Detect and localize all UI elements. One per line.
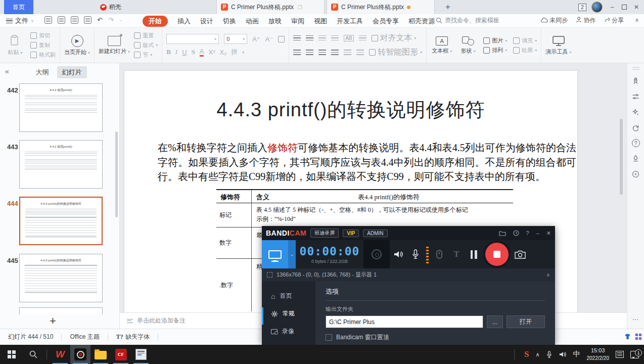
ribbon-tab-animation[interactable]: 动画 bbox=[246, 17, 259, 26]
print-preview-icon[interactable] bbox=[84, 16, 91, 24]
quick-tools-rocket-icon[interactable] bbox=[631, 76, 640, 85]
arrange-button[interactable]: 排列 ▾ bbox=[483, 47, 507, 54]
slide-thumbnail-442[interactable]: 4.4.2 使用printf() bbox=[19, 83, 103, 132]
start-button[interactable] bbox=[0, 345, 23, 364]
speaker-button[interactable] bbox=[390, 240, 407, 268]
help-icon[interactable]: ? bbox=[526, 230, 529, 236]
checkbox-unchecked[interactable] bbox=[326, 334, 332, 341]
output-path-input[interactable] bbox=[326, 315, 483, 328]
align-center-icon[interactable] bbox=[306, 50, 313, 55]
increase-font-button[interactable]: A⁺ bbox=[252, 35, 260, 43]
save-icon[interactable] bbox=[44, 16, 52, 24]
new-slide-button[interactable]: 新建幻灯片 ▾ bbox=[99, 30, 130, 61]
minimize-button[interactable]: – bbox=[608, 4, 617, 11]
properties-sliders-icon[interactable] bbox=[631, 92, 640, 101]
browse-button[interactable]: ... bbox=[487, 315, 503, 328]
redo-button[interactable]: ↷ bbox=[108, 16, 114, 24]
screenshot-button[interactable] bbox=[512, 240, 529, 268]
panel-drag-handle[interactable] bbox=[632, 67, 639, 70]
ribbon-tab-home[interactable]: 开始 bbox=[143, 16, 168, 27]
tray-microphone-icon[interactable] bbox=[546, 351, 552, 358]
sogou-input-icon[interactable]: S bbox=[524, 349, 529, 359]
ribbon-tab-design[interactable]: 设计 bbox=[200, 17, 213, 26]
decrease-indent-icon[interactable] bbox=[318, 35, 326, 41]
format-painter-button[interactable]: 格式刷 bbox=[30, 51, 56, 59]
help-icon[interactable]: ? bbox=[632, 139, 640, 147]
tab-outline[interactable]: 大纲 bbox=[33, 66, 52, 78]
align-right-icon[interactable] bbox=[318, 50, 326, 55]
taskbar-explorer-app[interactable] bbox=[90, 345, 111, 364]
add-slide-button[interactable]: + bbox=[50, 314, 56, 328]
mouse-effect-button[interactable] bbox=[431, 240, 448, 268]
hot-recommend-icon[interactable] bbox=[631, 154, 640, 163]
italic-button[interactable]: I bbox=[175, 48, 177, 56]
docer-skin-icon[interactable] bbox=[623, 333, 632, 341]
minimize-button[interactable]: – bbox=[536, 230, 539, 236]
taskbar-notepad-app[interactable] bbox=[131, 345, 151, 364]
slide-thumbnail-443[interactable]: 4.4.2 使用printf() bbox=[19, 140, 103, 189]
ribbon-tab-review[interactable]: 审阅 bbox=[291, 17, 304, 26]
missing-font-warning[interactable]: T?缺失字体 bbox=[116, 333, 150, 341]
text-direction-button[interactable]: AB bbox=[344, 35, 353, 41]
theme-name[interactable]: Office 主题 bbox=[70, 333, 99, 341]
underline-button[interactable]: U bbox=[182, 49, 187, 56]
cut-button[interactable]: 剪切 bbox=[30, 32, 56, 39]
tray-volume-icon[interactable] bbox=[559, 351, 567, 358]
ribbon-tab-view[interactable]: 视图 bbox=[314, 17, 327, 26]
action-center-icon[interactable]: 1 bbox=[630, 351, 639, 358]
window-count-badge[interactable]: 2 bbox=[578, 4, 586, 11]
ime-language-indicator[interactable]: 中 bbox=[573, 350, 580, 359]
shapes-button[interactable]: 形状 ▾ bbox=[457, 30, 479, 61]
taskbar-wps-app[interactable]: W bbox=[50, 345, 70, 364]
phonetic-guide-button[interactable]: 拼 bbox=[231, 48, 238, 57]
print-icon[interactable] bbox=[71, 16, 78, 24]
restore-button[interactable] bbox=[622, 5, 627, 10]
tab-home[interactable]: 首页 bbox=[4, 0, 33, 14]
copy-button[interactable]: 复制 bbox=[30, 41, 56, 49]
record-mode-dropdown[interactable]: ⌄ bbox=[288, 240, 296, 268]
paste-button[interactable]: 粘贴 ▾ bbox=[4, 30, 26, 61]
new-tab-button[interactable]: + bbox=[443, 2, 453, 12]
screen-record-mode-button[interactable] bbox=[262, 240, 288, 268]
nav-home[interactable]: ⌂首页 bbox=[262, 287, 315, 305]
to-smart-graphic-button[interactable]: 转智能图形 ▾ bbox=[369, 47, 422, 58]
output-folder-icon[interactable] bbox=[499, 231, 506, 236]
stop-record-button[interactable] bbox=[482, 240, 512, 268]
text-box-button[interactable]: A 文本框 ▾ bbox=[431, 30, 453, 61]
text-overlay-button[interactable]: T bbox=[448, 240, 465, 268]
increase-indent-icon[interactable] bbox=[331, 35, 339, 41]
apps-grid-icon[interactable] bbox=[634, 333, 642, 341]
webcam-button[interactable] bbox=[363, 240, 390, 268]
user-avatar[interactable] bbox=[591, 2, 603, 13]
presentation-tools-button[interactable]: 演示工具 ▾ bbox=[545, 30, 571, 61]
ribbon-tab-slideshow[interactable]: 放映 bbox=[268, 17, 282, 26]
decrease-font-button[interactable]: A⁻ bbox=[265, 35, 273, 43]
flash-tools-icon[interactable] bbox=[631, 169, 640, 178]
schedule-clock-icon[interactable] bbox=[513, 230, 519, 236]
section-button[interactable]: 节 ▾ bbox=[134, 51, 158, 59]
tab-document-2[interactable]: P C Primer Plus终稿.pptx bbox=[327, 0, 435, 14]
collaborate-button[interactable]: 协作 bbox=[576, 16, 595, 25]
bandicam-window[interactable]: BANDICAM 班迪录屏 VIP ADMIN ? – ✕ ⌄ 00:00:00… bbox=[262, 226, 555, 345]
taskbar-bandicam-app[interactable] bbox=[70, 345, 90, 364]
close-button[interactable]: ✕ bbox=[546, 230, 551, 237]
tab-slides[interactable]: 幻灯片 bbox=[57, 66, 87, 78]
superscript-button[interactable]: X² bbox=[208, 49, 215, 56]
clear-format-icon[interactable] bbox=[278, 36, 285, 42]
reset-button[interactable]: 重置 bbox=[134, 32, 158, 39]
ribbon-tab-member[interactable]: 会员专享 bbox=[373, 17, 399, 26]
capture-area-bar[interactable]: 1366x768 - (0, 0), (1366, 768) - 显示器 1 ∧ bbox=[262, 268, 555, 281]
layout-button[interactable]: 版式 ▾ bbox=[134, 41, 158, 49]
bold-button[interactable]: B bbox=[166, 48, 171, 56]
slide-title[interactable]: 4.4.3 printf()的转换说明修饰符 bbox=[124, 97, 577, 123]
sync-status[interactable]: 未同步 bbox=[540, 16, 568, 25]
slide-thumbnail-444-selected[interactable]: 4.4.3 printf()的转换说明修饰符 bbox=[19, 197, 103, 245]
collapse-panel-icon[interactable]: ∧ bbox=[546, 272, 550, 278]
pause-button[interactable] bbox=[465, 240, 482, 268]
sidebar-scrollbar[interactable] bbox=[115, 131, 118, 217]
undo-button[interactable]: ↶ bbox=[97, 16, 103, 24]
file-menu[interactable]: 文件 ∨ bbox=[6, 16, 34, 25]
font-size-input[interactable] bbox=[226, 36, 242, 42]
ribbon-collapse-icon[interactable]: ∧ bbox=[635, 17, 639, 23]
row-spacing-icon[interactable] bbox=[356, 50, 364, 55]
